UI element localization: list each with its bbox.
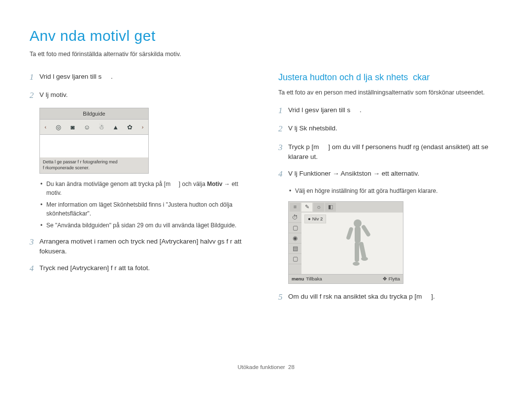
step-text: Arrangera motivet i ramen och tryck ned … <box>39 236 254 257</box>
step-4: 4 V lj Funktioner → Ansiktston → ett alt… <box>278 168 502 181</box>
step-number: 3 <box>30 236 39 257</box>
note-item: Se "Använda bildguiden" på sidan 29 om d… <box>40 221 254 230</box>
step-text: V lj Funktioner → Ansiktston → ett alter… <box>288 168 502 181</box>
right-column: Justera hudton och d lja sk nhets ckar T… <box>278 71 502 309</box>
tab-icon: ◧ <box>325 203 336 212</box>
back-label: Tillbaka <box>306 276 322 282</box>
step-number: 2 <box>278 123 288 135</box>
step-3: 3 Arrangera motivet i ramen och tryck ne… <box>30 236 254 257</box>
chevron-left-icon: ‹ <box>43 123 49 131</box>
svg-point-6 <box>353 262 360 266</box>
section-heading: Justera hudton och d lja sk nhets ckar <box>278 71 502 84</box>
svg-rect-1 <box>355 226 361 243</box>
step-number: 1 <box>278 104 288 117</box>
step-1: 1 Vrid l gesv ljaren till s . <box>278 104 502 117</box>
step-4: 4 Tryck ned [Avtryckaren] f r att ta fot… <box>30 262 254 275</box>
scene-camera-icon: ◙ <box>68 123 77 131</box>
left-column: 1 Vrid l gesv ljaren till s . 2 V lj mot… <box>30 71 254 309</box>
step-text: Om du vill f rsk na ansiktet ska du tryc… <box>288 291 502 304</box>
scene-portrait-icon: ☺ <box>82 123 91 131</box>
stack-icon: ▤ <box>289 244 301 254</box>
step-number: 1 <box>30 71 39 84</box>
svg-point-7 <box>361 257 368 261</box>
step-text: Tryck ned [Avtryckaren] f r att ta fotot… <box>39 262 254 275</box>
svg-rect-2 <box>346 226 354 240</box>
note-item: Välj en högre inställning för att göra h… <box>289 186 502 195</box>
desc-line-2: f rkomponerade scener. <box>43 165 145 171</box>
tab-icon: ☼ <box>313 203 324 212</box>
scene-icon-row: ‹ ◎ ◙ ☺ ☃ ▲ ✿ › <box>40 120 148 135</box>
scene-mountain-icon: ▲ <box>111 123 120 131</box>
scene-flower-icon: ✿ <box>126 123 134 131</box>
page-intro: Ta ett foto med förinställda alternativ … <box>30 50 502 59</box>
tab-row: ≡ ✎ ☼ ◧ <box>289 202 403 213</box>
step-3: 3 Tryck p [m ] om du vill f personens hu… <box>278 141 502 162</box>
step-text: V lj motiv. <box>39 89 254 102</box>
right-notes: Välj en högre inställning för att göra h… <box>278 186 502 195</box>
nav-icon: ✥ <box>383 276 387 282</box>
section-intro: Ta ett foto av en person med inställning… <box>278 88 502 97</box>
chevron-right-icon: › <box>140 123 146 131</box>
step-text: V lj Sk nhetsbild. <box>288 123 502 135</box>
square-icon: ▢ <box>289 254 301 264</box>
svg-rect-5 <box>359 241 366 258</box>
alarm-icon: ⏱ <box>289 213 301 223</box>
step-number: 5 <box>278 291 288 304</box>
note-item: Du kan ändra motivläge genom att trycka … <box>40 180 254 197</box>
svg-rect-4 <box>355 242 359 262</box>
camera-screen-bildguide: Bildguide ‹ ◎ ◙ ☺ ☃ ▲ ✿ › Detta l ge pas… <box>39 108 149 174</box>
step-number: 2 <box>30 89 39 102</box>
step-text: Vrid l gesv ljaren till s . <box>39 71 254 84</box>
camera-screen-beauty: ≡ ✎ ☼ ◧ ⏱ ▢ ◉ ▤ ▢ ● <box>288 201 403 284</box>
bottom-bar: menu Tillbaka ✥ Flytta <box>289 274 403 283</box>
step-text: Vrid l gesv ljaren till s . <box>288 104 502 117</box>
tab-icon: ≡ <box>290 203 300 212</box>
side-icon-column: ⏱ ▢ ◉ ▤ ▢ <box>289 213 301 274</box>
scene-target-icon: ◎ <box>54 123 63 131</box>
desc-line-1: Detta l ge passar f r fotografering med <box>43 159 145 165</box>
step-number: 3 <box>278 141 288 162</box>
person-silhouette-icon <box>340 217 374 271</box>
level-value: Niv 2 <box>312 216 323 222</box>
note-item: Mer information om läget Skönhetsbild fi… <box>40 200 254 218</box>
disc-icon: ◉ <box>289 233 301 244</box>
screen-preview-area <box>40 135 148 157</box>
footer-section: Utökade funktioner <box>237 364 285 370</box>
move-label: Flytta <box>389 276 400 282</box>
footer-page-number: 28 <box>288 364 295 370</box>
menu-label-icon: menu <box>292 276 304 282</box>
level-badge: ● Niv 2 <box>304 215 326 223</box>
note-text-a: Du kan ändra motivläge genom att trycka … <box>46 181 207 187</box>
svg-point-0 <box>354 219 362 227</box>
page-title: Anv nda motivl get <box>30 25 502 47</box>
step-number: 4 <box>278 168 288 181</box>
screen-title: Bildguide <box>40 108 148 120</box>
page-footer: Utökade funktioner 28 <box>30 363 502 371</box>
step-text: Tryck p [m ] om du vill f personens hudf… <box>288 141 502 162</box>
step-number: 4 <box>30 262 39 275</box>
step-2: 2 V lj Sk nhetsbild. <box>278 123 502 135</box>
square-icon: ▢ <box>289 223 301 233</box>
note-bold: Motiv <box>207 181 222 187</box>
left-notes: Du kan ändra motivläge genom att trycka … <box>30 180 254 230</box>
step-2: 2 V lj motiv. <box>30 89 254 102</box>
scene-person-icon: ☃ <box>97 123 106 131</box>
step-1: 1 Vrid l gesv ljaren till s . <box>30 71 254 84</box>
tab-icon: ✎ <box>301 203 312 212</box>
dot-icon: ● <box>308 216 311 222</box>
scene-description: Detta l ge passar f r fotografering med … <box>40 157 148 173</box>
svg-rect-3 <box>361 224 371 237</box>
step-5: 5 Om du vill f rsk na ansiktet ska du tr… <box>278 291 502 304</box>
